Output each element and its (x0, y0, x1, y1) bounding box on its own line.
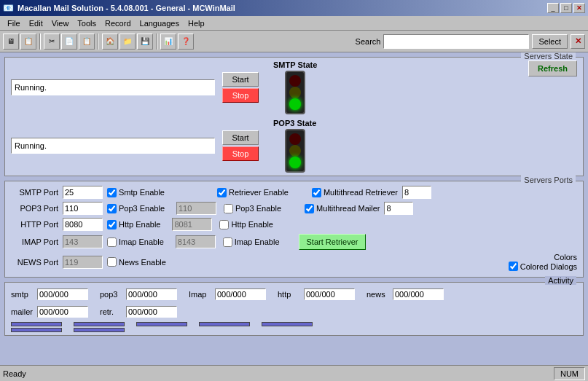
multi-retriever-checkbox[interactable] (312, 188, 321, 197)
http-activity-input[interactable] (304, 288, 355, 300)
toolbar-sep-3 (156, 34, 157, 50)
menu-help[interactable]: Help (184, 17, 209, 29)
smtp-red-light (289, 75, 301, 87)
toolbar-btn-2[interactable]: 📋 (20, 34, 36, 50)
close-button[interactable]: ✕ (573, 3, 585, 13)
smtp-enable-checkbox[interactable] (107, 188, 117, 197)
select-button[interactable]: Select (532, 34, 568, 49)
refresh-button[interactable]: Refresh (528, 60, 577, 76)
colored-dialogs-checkbox[interactable] (509, 262, 518, 271)
smtp-activity-label: smtp (11, 290, 33, 299)
activity-bars-2 (11, 328, 577, 332)
news-port-input[interactable] (63, 256, 103, 269)
http-extra-enable-checkbox[interactable] (219, 220, 229, 229)
news-port-row: NEWS Port News Enable Colors Colored Dia… (11, 253, 577, 271)
activity-bars (11, 322, 577, 326)
imap-extra-enable-checkbox[interactable] (223, 237, 232, 247)
imap-extra-input[interactable] (176, 235, 216, 248)
menu-tools[interactable]: Tools (73, 17, 101, 29)
pop3-enable-label: Pop3 Enable (119, 204, 165, 213)
search-input[interactable] (383, 34, 529, 49)
imap-activity-input[interactable] (215, 288, 266, 300)
news-activity-row: news (366, 288, 444, 300)
menu-file[interactable]: File (3, 17, 25, 29)
menu-edit[interactable]: Edit (25, 17, 47, 29)
smtp-port-input[interactable] (63, 186, 103, 199)
activity-rows-2: mailer retr. (11, 306, 577, 321)
news-enable-label: News Enable (119, 258, 166, 267)
smtp-start-button[interactable]: Start (222, 72, 259, 87)
smtp-activity-row: smtp (11, 288, 88, 300)
http-enable-checkbox[interactable] (107, 220, 117, 229)
toolbar-btn-4[interactable]: 📄 (61, 34, 77, 50)
menu-view[interactable]: View (47, 17, 74, 29)
news-enable-checkbox[interactable] (107, 257, 117, 267)
toolbar-btn-7[interactable]: 📁 (119, 34, 136, 50)
mailer-value-input[interactable] (384, 202, 413, 215)
news-activity-input[interactable] (393, 288, 444, 300)
pop3-port-input[interactable] (63, 202, 103, 215)
retriever-enable-label: Retriever Enable (229, 188, 289, 197)
pop3-stop-button[interactable]: Stop (222, 146, 259, 161)
pop3-status-input[interactable] (11, 138, 215, 154)
http-port-label: HTTP Port (11, 220, 58, 229)
http-extra-enable-label: Http Enable (231, 220, 273, 229)
http-enable-group: Http Enable (107, 220, 160, 229)
status-bar: Ready NUM (0, 365, 588, 381)
toolbar-btn-1[interactable]: 🖥 (3, 34, 19, 50)
menu-bar: File Edit View Tools Record Languages He… (0, 16, 588, 31)
colored-dialogs-label: Colored Dialogs (520, 262, 577, 271)
colored-dialogs-group: Colored Dialogs (509, 262, 577, 271)
retr-activity-row: retr. (100, 306, 177, 318)
imap-port-input[interactable] (63, 235, 103, 248)
retr-activity-input[interactable] (126, 306, 177, 318)
smtp-status-input[interactable] (11, 79, 215, 95)
activity-title: Activity (545, 276, 576, 285)
imap-activity-bar (136, 322, 187, 326)
retriever-enable-checkbox[interactable] (217, 188, 227, 197)
state-rows-left: Start Stop SMTP State (11, 60, 514, 173)
smtp-stop-button[interactable]: Stop (222, 88, 259, 103)
http-extra-input[interactable] (172, 218, 212, 231)
pop3-extra-enable-checkbox[interactable] (224, 204, 233, 213)
start-retriever-button[interactable]: Start Retriever (299, 234, 366, 250)
toolbar-btn-9[interactable]: 📊 (160, 34, 176, 50)
retriever-enable-group: Retriever Enable (217, 188, 289, 197)
retriever-value-input[interactable] (402, 186, 431, 199)
toolbar-btn-8[interactable]: 💾 (137, 34, 153, 50)
close-search-button[interactable]: ✕ (571, 34, 585, 49)
imap-enable-checkbox[interactable] (107, 237, 117, 247)
pop3-activity-input[interactable] (126, 288, 177, 300)
toolbar-btn-6[interactable]: 🏠 (102, 34, 118, 50)
menu-languages[interactable]: Languages (136, 17, 184, 29)
news-activity-label: news (366, 290, 388, 299)
pop3-extra-input[interactable] (176, 202, 216, 215)
http-port-input[interactable] (63, 218, 103, 231)
smtp-activity-input[interactable] (37, 288, 88, 300)
maximize-button[interactable]: □ (560, 3, 572, 13)
smtp-state-area: Start Stop SMTP State (11, 60, 514, 114)
activity-rows: smtp pop3 Imap http news (11, 288, 577, 303)
pop3-activity-row: pop3 (100, 288, 177, 300)
menu-record[interactable]: Record (101, 17, 135, 29)
http-extra-enable-group: Http Enable (219, 220, 273, 229)
multi-mailer-label: Multithread Mailer (316, 204, 380, 213)
multi-mailer-checkbox[interactable] (305, 204, 314, 213)
pop3-state-area: Start Stop POP3 State (11, 119, 514, 173)
imap-activity-row: Imap (189, 288, 266, 300)
servers-ports-title: Servers Ports (521, 176, 576, 184)
pop3-enable-checkbox[interactable] (107, 204, 117, 213)
minimize-button[interactable]: _ (547, 3, 559, 13)
servers-state-rows: Start Stop SMTP State (11, 60, 577, 173)
state-right: Refresh (528, 60, 577, 173)
mailer-activity-input[interactable] (37, 306, 88, 318)
pop3-start-button[interactable]: Start (222, 130, 259, 145)
toolbar-btn-5[interactable]: 📋 (79, 34, 95, 50)
toolbar-btn-3[interactable]: ✂ (44, 34, 60, 50)
news-activity-bar (262, 322, 313, 326)
pop3-yellow-light (289, 145, 301, 157)
toolbar-btn-10[interactable]: ❓ (178, 34, 194, 50)
colors-title: Colors (554, 253, 577, 262)
imap-extra-enable-label: Imap Enable (235, 237, 280, 246)
imap-enable-label: Imap Enable (119, 237, 164, 246)
